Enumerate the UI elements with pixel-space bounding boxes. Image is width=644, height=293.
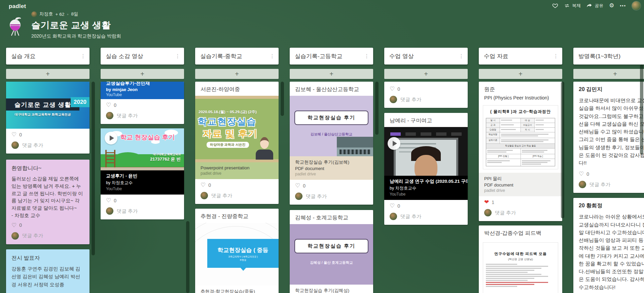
like-button[interactable]: ♡ [106, 102, 111, 108]
play-icon[interactable] [388, 137, 400, 150]
add-post-button[interactable]: + [101, 69, 184, 79]
add-comment[interactable]: 댓글 추가 [195, 189, 279, 204]
post-card[interactable]: 20 황희정 코로나라는 아쉬운 상황에서도 교생실습까지 다녀오시다니 정말 … [573, 198, 644, 293]
like-button[interactable]: ♡ [390, 86, 395, 92]
column-scrollbar[interactable] [561, 82, 564, 218]
doc-label: 단원명 [486, 128, 500, 132]
section-menu-icon[interactable]: ⋮ [364, 54, 370, 58]
document-preview[interactable]: 연구수업에 대한 피드백 모음 (박선경 교생 선생님) [483, 242, 558, 293]
post-card[interactable]: 김혜성 - 호계고등학교 학교현장실습 후기 김혜성 / 울산 호계고등학교 학… [290, 210, 373, 293]
more-menu-icon[interactable]: ••• [620, 3, 626, 8]
commenter-avatar [201, 192, 208, 199]
add-comment[interactable]: 댓글 추가 [290, 189, 373, 205]
attachment-preview[interactable]: 학교현장실습 ( 중등 과학교육학부 ( 화학교육전공 ) 추현경 [195, 223, 279, 286]
section-header[interactable]: 실습 개요 ⋮ [6, 48, 90, 65]
author-name[interactable]: 차정호 [39, 11, 53, 17]
attachment-preview[interactable]: 2020.05.18.(월) ~ 05.29.(금) (2주) 학교현장실습 자… [195, 96, 279, 162]
post-card[interactable]: 학교 현장실습 후기 대구대학교 화학교육과 21737762 윤 빈 교생후기… [101, 128, 184, 219]
remake-button[interactable]: 복제 [564, 3, 581, 9]
banner-title: 슬기로운 교생 생활 [14, 100, 71, 109]
add-comment[interactable]: 댓글 추가 [101, 109, 184, 124]
contributor-count[interactable]: + 62 [56, 12, 65, 17]
column-scrollbar[interactable] [281, 82, 284, 116]
padlet-logo[interactable]: padlet [9, 3, 26, 10]
post-card[interactable]: 전시 발표자 강동훈 구연주 김경민 김보혜 김선영 김은비 김혜성 남예리 박… [6, 249, 90, 293]
favorite-heart-icon[interactable] [552, 3, 558, 9]
post-card[interactable]: 남예리 - 구미여고 남예리 교생 연구 수업 (2020.05.21 구미… … [384, 113, 468, 225]
section-menu-icon[interactable]: ⋮ [269, 54, 275, 58]
post-card[interactable]: 20 김민지 코로나때문에 비대면으로 교생실습을 하셔서 많이 아쉬우셨을 것… [573, 82, 644, 193]
add-comment[interactable]: 댓글 추가 [384, 209, 468, 225]
add-comment[interactable]: 댓글 추가 [101, 204, 184, 219]
like-button[interactable]: ♡ [201, 182, 206, 188]
post-card[interactable]: 추현경 - 진량중학교 학교현장실습 ( 중등 과학교육학부 ( 화학교육전공 … [195, 209, 279, 293]
add-post-button[interactable]: + [479, 69, 562, 79]
add-comment[interactable]: 댓글 추가 [6, 138, 90, 154]
thumbnail-title: 학교 현장실습 후기 [120, 133, 175, 142]
document-preview[interactable]: ( 물리학Ⅱ )과 교수-학습과정안 일 시대 상 교 과수업교사 단원명차 시… [483, 105, 558, 169]
add-comment[interactable]: 댓글 추가 [6, 229, 90, 244]
column-scrollbar[interactable] [186, 221, 189, 293]
add-comment[interactable]: 댓글 추가 [384, 92, 468, 108]
column-scrollbar[interactable] [375, 82, 379, 135]
post-card[interactable]: 원준 PPI (Physics Peer Instruction) ( 물리학Ⅱ… [479, 82, 562, 221]
like-button[interactable]: ♡ [579, 171, 584, 177]
like-button[interactable]: ♡ [11, 132, 16, 137]
share-button[interactable]: 공유 [586, 3, 603, 9]
video-thumbnail[interactable] [384, 127, 468, 176]
post-card[interactable]: ♡0 댓글 추가 [384, 82, 468, 108]
commenter-avatar [11, 232, 19, 240]
attachment-info[interactable]: 학교현장실습 후기(김보혜) PDF document padlet drive [290, 156, 373, 180]
video-info[interactable]: 남예리 교생 연구 수업 (2020.05.21 구미… by 차정호교수 Yo… [384, 176, 468, 200]
add-comment[interactable]: 댓글 추가 [479, 206, 562, 221]
attachment-preview[interactable]: 학교현장실습 후기 김보혜 / 울산삼산고등학교 [290, 96, 373, 156]
like-button[interactable]: ♡ [295, 183, 300, 189]
section-menu-icon[interactable]: ⋮ [80, 54, 86, 58]
play-icon[interactable] [105, 132, 117, 144]
like-button-liked[interactable]: ❤ [484, 199, 489, 205]
section-header[interactable]: 실습기록-고등학교 ⋮ [290, 48, 373, 65]
post-card[interactable]: 서은진-하양여중 2020.05.18.(월) ~ 05.29.(금) (2주)… [195, 82, 279, 204]
author-avatar[interactable] [31, 11, 37, 17]
add-post-button[interactable]: + [384, 69, 468, 79]
section-header[interactable]: 수업 영상 ⋮ [384, 48, 468, 65]
add-post-button[interactable]: + [573, 69, 644, 79]
user-avatar[interactable] [632, 1, 641, 10]
add-comment[interactable]: 댓글 추가 [573, 177, 644, 193]
post-card[interactable]: 교생실습후기-전민재 by minjae Jeon YouTube ♡0 댓글 … [101, 82, 184, 124]
separator-dot: ∘ [67, 12, 69, 16]
video-link-banner[interactable]: 교생실습후기-전민재 by minjae Jeon YouTube [101, 82, 184, 99]
section-menu-icon[interactable]: ⋮ [175, 54, 181, 58]
section-menu-icon[interactable]: ⋮ [458, 54, 464, 58]
like-button[interactable]: ♡ [106, 198, 111, 203]
video-thumbnail[interactable]: 학교 현장실습 후기 대구대학교 화학교육과 21737762 윤 빈 [101, 128, 184, 170]
like-button[interactable]: ♡ [390, 203, 395, 209]
section-menu-icon[interactable]: ⋮ [553, 54, 559, 58]
post-card[interactable]: 슬기로운 교생 생활 2020 대구대학교 과학교육학부 화학교육전공 ♡0 댓… [6, 82, 90, 154]
attachment-info[interactable]: PPI 물리 PDF document padlet drive [479, 173, 562, 196]
settings-gear-icon[interactable]: ⚙ [609, 3, 614, 9]
section-header[interactable]: 실습 소감 영상 ⋮ [101, 48, 184, 65]
attachment-preview[interactable]: 학교현장실습 후기 김혜성 / 울산 호계고등학교 [290, 224, 373, 285]
section-header[interactable]: 실습기록-중학교 ⋮ [195, 48, 279, 65]
add-comment-label: 댓글 추가 [211, 193, 232, 199]
share-label: 공유 [595, 3, 603, 9]
post-card[interactable]: 환영합니다~ 둘러보신 소감을 제일 오른쪽에 있는 방명록에 남겨 주세요. … [6, 160, 90, 244]
thumbnail-student: 21737762 윤 빈 [150, 156, 181, 162]
document-title: ( 물리학Ⅱ )과 교수-학습과정안 [486, 109, 555, 115]
attachment-info[interactable]: Powerpoint presentation padlet drive [195, 162, 279, 179]
post-card[interactable]: 김보혜 - 울산삼산고등학교 학교현장실습 후기 김보혜 / 울산삼산고등학교 … [290, 82, 373, 205]
board-header: 차정호 + 62 ∘ 8일 슬기로운 교생 생활 2020년도 화학교육과 학교… [31, 11, 121, 39]
column-scrollbar[interactable] [92, 82, 95, 255]
video-info[interactable]: 교생후기 - 윤빈 by 차정호교수 YouTube [101, 170, 184, 195]
section-header[interactable]: 방명록(1~3학년) ⋮ [573, 48, 644, 65]
section-header[interactable]: 수업 자료 ⋮ [479, 48, 562, 65]
video-source: YouTube [390, 192, 462, 197]
add-post-button[interactable]: + [195, 69, 279, 79]
add-post-button[interactable]: + [290, 69, 373, 79]
board-scrollbar[interactable] [640, 65, 643, 155]
banner-subtitle: 대구대학교 과학교육학부 화학교육전공 [6, 113, 79, 117]
like-button[interactable]: ♡ [11, 222, 16, 228]
post-card[interactable]: 박선경-갑종수업 피드백 연구수업에 대한 피드백 모음 (박선경 교생 선생님… [479, 225, 562, 293]
add-post-button[interactable]: + [6, 69, 90, 79]
